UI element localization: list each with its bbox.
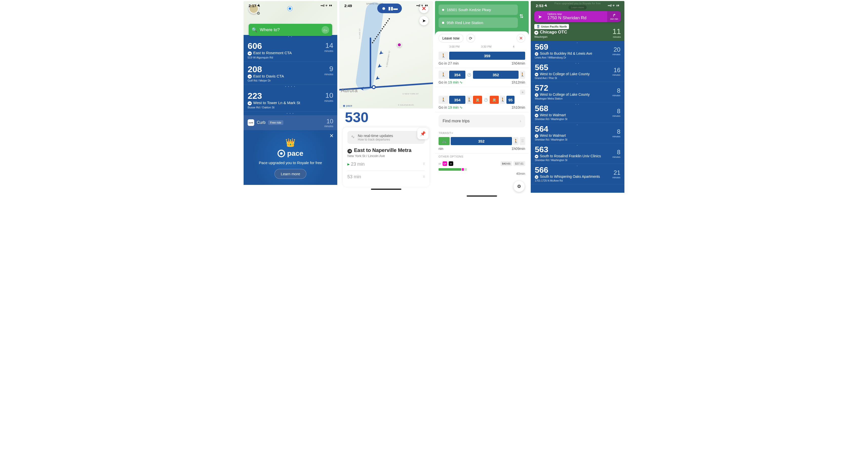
rideshare-option[interactable]: or lyft U $42.61 $37.61 bbox=[435, 160, 529, 168]
drag-handle-icon[interactable]: ⠿ bbox=[423, 162, 425, 166]
status-icons: ••ıl ᯤ ▯▮ bbox=[608, 4, 619, 7]
walk-icon: 🚶 bbox=[513, 137, 519, 145]
eta-unit: minutes bbox=[612, 53, 620, 56]
walk-icon: 🚶 bbox=[500, 96, 505, 104]
home-indicator[interactable] bbox=[371, 189, 401, 190]
curb-row[interactable]: curb Curb Free ride 10 minutes bbox=[244, 115, 337, 130]
clock: 2:53 bbox=[536, 4, 544, 8]
trip-option[interactable]: + 🚶 354 🚶 🚊 🕐 🚊 🚶 95 Go in 19 min ∿1h10m… bbox=[435, 87, 529, 112]
options-near-bar[interactable]: ➤ Options near 1750 N Sheridan Rd ↱164 m… bbox=[534, 11, 621, 22]
route-row[interactable]: • • 568 West to Walmart Sheridan Rd / Wa… bbox=[531, 102, 624, 123]
status-icons: ••ıl ᯤ ▮▮ bbox=[320, 4, 332, 7]
route-row[interactable]: • • 565 West to College of Lake County G… bbox=[531, 61, 624, 82]
route-row[interactable]: • 572 West to College of Lake County Wau… bbox=[531, 82, 624, 102]
search-icon: 🔍 bbox=[252, 27, 257, 33]
route-map[interactable]: 2:49 ••ıl ᯤ ▮▮ SPIERS ISLAND N LAKE ST N… bbox=[339, 1, 433, 108]
route-stop: Grand Ave / Pine St bbox=[535, 77, 590, 80]
swap-icon[interactable]: ⇅ bbox=[518, 13, 525, 22]
price: $37.61 bbox=[514, 161, 525, 166]
map-street-label: E NEW YORK ST bbox=[403, 93, 418, 95]
route-polyline bbox=[370, 37, 371, 88]
walk-icon: 🚶 bbox=[466, 96, 472, 104]
departure-row[interactable]: 23 min ⠿ bbox=[347, 158, 425, 171]
home-indicator[interactable] bbox=[467, 195, 497, 196]
timeline-header: 3:00 PM 3:30 PM 4 bbox=[435, 44, 529, 49]
direction-heading: East to Naperville Metra bbox=[347, 147, 425, 153]
route-stop-marker bbox=[372, 85, 376, 89]
route-destination: West to Tower Ln & Mark St bbox=[248, 100, 324, 105]
search-bar[interactable]: 🔍 Where to? ⌂₊ bbox=[249, 24, 332, 36]
tram-segment: 🚊 bbox=[490, 96, 499, 104]
page-dots: • bbox=[577, 165, 578, 167]
walk-icon: 🚶 bbox=[439, 52, 448, 60]
bus-segment: 354 bbox=[449, 96, 465, 104]
route-number: 563 bbox=[535, 145, 601, 153]
eta-number: 8 bbox=[612, 87, 620, 94]
pace-logo: pace bbox=[249, 149, 332, 158]
duration: 1h09min bbox=[512, 147, 525, 151]
pin-button[interactable]: 📌 bbox=[417, 128, 428, 139]
dest-dot-icon bbox=[442, 22, 444, 24]
duration: 1h12min bbox=[512, 80, 525, 84]
direction-arrow-icon: ➤ bbox=[359, 85, 364, 92]
map-street-label: E GALENA BLVD bbox=[398, 104, 414, 106]
gear-icon[interactable]: ⚙ bbox=[257, 11, 261, 16]
price-strike: $42.61 bbox=[501, 161, 512, 166]
leave-now-button[interactable]: Leave now bbox=[439, 34, 463, 42]
route-row[interactable]: • 569 South to Buckley Rd & Lewis Ave Le… bbox=[531, 41, 624, 61]
map-area[interactable]: 2:17➤ ••ıl ᯤ ▮▮ ⚙ 🔍 Where to? ⌂₊ bbox=[244, 1, 337, 35]
route-row[interactable]: • 563 South to Rosalind Franklin Univ Cl… bbox=[531, 143, 624, 164]
expand-icon[interactable]: + bbox=[520, 90, 525, 95]
direction-arrow-icon: ➤ bbox=[377, 50, 384, 57]
close-icon[interactable]: ✕ bbox=[517, 34, 525, 42]
rail-header[interactable]: Union Pacific North Chicago OTC Waukegan… bbox=[531, 22, 624, 41]
find-more-trips[interactable]: Find more trips› bbox=[439, 115, 525, 127]
page-dots: • bbox=[577, 83, 578, 85]
go-in: nin bbox=[439, 147, 443, 151]
route-number: 566 bbox=[535, 166, 600, 174]
status-bar: 2:23➤ ••ıl ᯤ ▯▮ bbox=[435, 1, 529, 3]
home-shortcut-icon[interactable]: ⌂₊ bbox=[321, 26, 329, 34]
chevron-right-icon: › bbox=[520, 119, 521, 123]
trip-option[interactable]: 🚶 359 Go in 27 min1h04min bbox=[435, 49, 529, 68]
origin-input[interactable]: 16501 South Kedzie Pkwy bbox=[439, 5, 518, 15]
route-stop: 1701-1725 N McAree Rd bbox=[535, 179, 600, 182]
route-row[interactable]: • 564 West to Walmart Sheridan Rd / Wash… bbox=[531, 123, 624, 143]
eta-unit: minutes bbox=[612, 74, 620, 76]
route-stop: 519 W Algonquin Rd bbox=[248, 56, 324, 59]
bus-segment: 95 bbox=[506, 96, 515, 104]
refresh-icon[interactable]: ⟳ bbox=[466, 34, 475, 42]
drag-handle-icon[interactable]: ⠿ bbox=[423, 175, 425, 179]
route-eta: 10 minutes bbox=[324, 91, 333, 102]
route-destination: West to College of Lake County bbox=[535, 92, 590, 97]
routes-list[interactable]: • 569 South to Buckley Rd & Lewis Ave Le… bbox=[531, 41, 624, 193]
go-in: Go in 27 min bbox=[439, 61, 459, 65]
route-row[interactable]: 223 West to Tower Ln & Mark St Busse Rd … bbox=[244, 88, 337, 112]
destination-input[interactable]: 95th Red Line Station bbox=[439, 18, 518, 28]
route-row[interactable]: 606 East to Rosemont CTA 519 W Algonquin… bbox=[244, 38, 337, 62]
close-icon[interactable]: ✕ bbox=[330, 133, 334, 139]
route-row[interactable]: 208 East to Davis CTA Golf Rd / Meijer D… bbox=[244, 62, 337, 85]
map-street-label: N BROADWAY ST bbox=[385, 51, 391, 67]
options-label: Options near bbox=[548, 13, 605, 15]
page-dots: • • bbox=[576, 103, 580, 105]
filter-icon[interactable]: ⚙ bbox=[514, 181, 525, 192]
learn-more-button[interactable]: Learn more bbox=[275, 169, 307, 179]
trip-option[interactable]: 🚲 352 🚶 ⠿ nin1h09min bbox=[435, 136, 529, 153]
trip-bar: 🚶 354 🕐 352 🚶 bbox=[439, 71, 525, 79]
route-stop: Sheridan Rd / Washington St bbox=[535, 159, 601, 162]
trip-option[interactable]: 🚶 354 🕐 352 🚶 Go in 19 min ∿1h12min bbox=[435, 68, 529, 87]
alert-title: No real-time updates bbox=[358, 133, 393, 138]
tram-segment: 🚊 bbox=[473, 96, 482, 104]
route-stop: Lewis Ave / Williamsburg Dr bbox=[535, 56, 592, 59]
duration: 40min bbox=[516, 172, 525, 176]
route-row[interactable]: • 566 South to Whispering Oaks Apartment… bbox=[531, 164, 624, 184]
departure-row[interactable]: 53 min ⠿ bbox=[347, 171, 425, 183]
origin-dot-icon bbox=[442, 9, 444, 11]
home-indicator[interactable] bbox=[562, 195, 593, 196]
walk-eta: ↱164 min bbox=[607, 11, 621, 22]
lyft-icon: lyft bbox=[443, 161, 447, 166]
bike-segment: 🚲 bbox=[439, 137, 450, 145]
locate-me-icon[interactable]: ➤ bbox=[419, 16, 428, 25]
no-realtime-alert[interactable]: ∿ No real-time updates How to track depa… bbox=[347, 131, 425, 144]
